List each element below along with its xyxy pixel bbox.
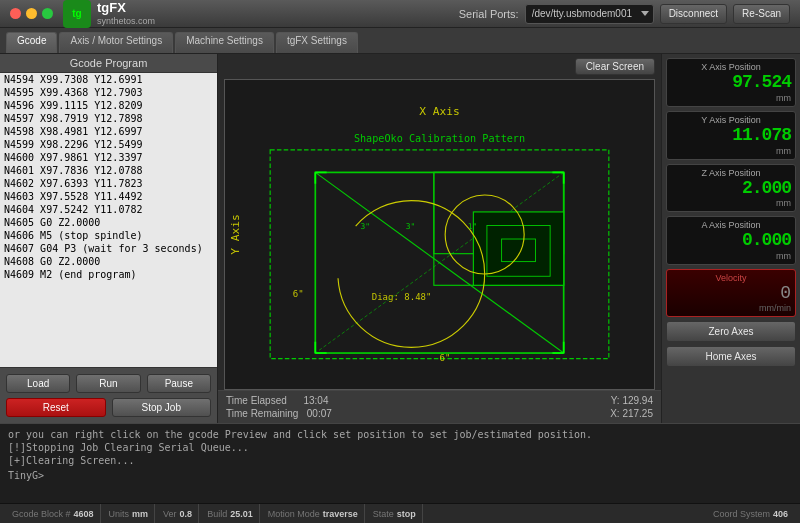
minimize-button[interactable] — [26, 8, 37, 19]
gcode-line[interactable]: N4609 M2 (end program) — [0, 268, 217, 281]
ver-value: 0.8 — [180, 509, 193, 519]
motion-mode-value: traverse — [323, 509, 358, 519]
run-button[interactable]: Run — [76, 374, 140, 393]
clear-screen-button[interactable]: Clear Screen — [575, 58, 655, 75]
gcode-line[interactable]: N4599 X98.2296 Y12.5499 — [0, 138, 217, 151]
console-line: [!]Stopping Job Clearing Serial Queue... — [8, 441, 792, 454]
y-pos-row: Y: 129.94 — [610, 395, 653, 406]
z-axis-value: 2.000 — [671, 179, 791, 199]
gcode-line[interactable]: N4606 M5 (stop spindle) — [0, 229, 217, 242]
svg-text:Diag: 8.48": Diag: 8.48" — [372, 292, 432, 302]
gcode-line[interactable]: N4596 X99.1115 Y12.8209 — [0, 99, 217, 112]
gcode-panel: Gcode Program N4594 X99.7308 Y12.6991N45… — [0, 54, 218, 423]
y-axis-unit: mm — [671, 146, 791, 156]
x-pos-label: X: — [610, 408, 619, 419]
gcode-block-value: 4608 — [74, 509, 94, 519]
svg-text:3": 3" — [406, 222, 416, 231]
rescan-button[interactable]: Re-Scan — [733, 4, 790, 24]
status-coord: Coord System 406 — [707, 504, 794, 523]
state-label: State — [373, 509, 394, 519]
status-motion-mode: Motion Mode traverse — [262, 504, 365, 523]
gcode-line[interactable]: N4595 X99.4368 Y12.7903 — [0, 86, 217, 99]
app-name: tgFX — [97, 1, 155, 15]
viz-info-left: Time Elapsed 13:04 Time Remaining 00:07 — [226, 395, 332, 419]
gcode-line[interactable]: N4601 X97.7836 Y12.0788 — [0, 164, 217, 177]
app-logo: tg tgFX synthetos.com — [63, 0, 155, 28]
stop-job-button[interactable]: Stop Job — [112, 398, 212, 417]
pause-button[interactable]: Pause — [147, 374, 211, 393]
app-subtitle: synthetos.com — [97, 16, 155, 26]
gcode-panel-title: Gcode Program — [0, 54, 217, 73]
x-axis-block: X Axis Position 97.524 mm — [666, 58, 796, 107]
velocity-value: 0 — [671, 283, 791, 303]
tab-gcode[interactable]: Gcode — [6, 32, 57, 53]
svg-text:Y Axis: Y Axis — [229, 214, 242, 255]
console-input[interactable] — [48, 470, 792, 481]
time-remaining-value: 00:07 — [307, 408, 332, 419]
a-axis-value: 0.000 — [671, 231, 791, 251]
units-value: mm — [132, 509, 148, 519]
y-axis-label: Y Axis Position — [671, 115, 791, 125]
gcode-line[interactable]: N4603 X97.5528 Y11.4492 — [0, 190, 217, 203]
svg-text:1": 1" — [468, 222, 478, 231]
tab-tgfx-settings[interactable]: tgFX Settings — [276, 32, 358, 53]
coord-value: 406 — [773, 509, 788, 519]
state-value: stop — [397, 509, 416, 519]
time-elapsed-label: Time Elapsed — [226, 395, 287, 406]
status-gcode-block: Gcode Block # 4608 — [6, 504, 101, 523]
serial-area: Serial Ports: /dev/tty.usbmodem001 Disco… — [459, 4, 790, 24]
gcode-line[interactable]: N4607 G04 P3 (wait for 3 seconds) — [0, 242, 217, 255]
reset-button[interactable]: Reset — [6, 398, 106, 417]
status-build: Build 25.01 — [201, 504, 260, 523]
status-ver: Ver 0.8 — [157, 504, 199, 523]
gcode-line[interactable]: N4605 G0 Z2.0000 — [0, 216, 217, 229]
a-axis-block: A Axis Position 0.000 mm — [666, 216, 796, 265]
units-label: Units — [109, 509, 130, 519]
time-remaining-row: Time Remaining 00:07 — [226, 408, 332, 419]
disconnect-button[interactable]: Disconnect — [660, 4, 727, 24]
a-axis-unit: mm — [671, 251, 791, 261]
gcode-line[interactable]: N4598 X98.4981 Y12.6997 — [0, 125, 217, 138]
close-button[interactable] — [10, 8, 21, 19]
viz-svg: X Axis Y Axis ShapeOko Calibration Patte… — [225, 80, 654, 389]
z-axis-label: Z Axis Position — [671, 168, 791, 178]
zero-axes-button[interactable]: Zero Axes — [666, 321, 796, 342]
motion-mode-label: Motion Mode — [268, 509, 320, 519]
gcode-line[interactable]: N4604 X97.5242 Y11.0782 — [0, 203, 217, 216]
build-label: Build — [207, 509, 227, 519]
y-axis-block: Y Axis Position 11.078 mm — [666, 111, 796, 160]
viz-info: Time Elapsed 13:04 Time Remaining 00:07 … — [218, 390, 661, 423]
console-area: or you can right click on the gcode Prev… — [0, 423, 800, 503]
viz-info-right: Y: 129.94 X: 217.25 — [610, 395, 653, 419]
load-button[interactable]: Load — [6, 374, 70, 393]
coord-label: Coord System — [713, 509, 770, 519]
velocity-block: Velocity 0 mm/min — [666, 269, 796, 317]
gcode-list[interactable]: N4594 X99.7308 Y12.6991N4595 X99.4368 Y1… — [0, 73, 217, 367]
gcode-line[interactable]: N4608 G0 Z2.0000 — [0, 255, 217, 268]
viz-panel: Clear Screen X Axis Y Axis ShapeOko Cali… — [218, 54, 662, 423]
right-panel: X Axis Position 97.524 mm Y Axis Positio… — [662, 54, 800, 423]
status-units: Units mm — [103, 504, 156, 523]
velocity-label: Velocity — [671, 273, 791, 283]
x-axis-unit: mm — [671, 93, 791, 103]
gcode-line[interactable]: N4602 X97.6393 Y11.7823 — [0, 177, 217, 190]
time-elapsed-value: 13:04 — [303, 395, 328, 406]
tab-machine-settings[interactable]: Machine Settings — [175, 32, 274, 53]
gcode-line[interactable]: N4597 X98.7919 Y12.7898 — [0, 112, 217, 125]
gcode-controls: Load Run Pause Reset Stop Job — [0, 367, 217, 423]
viz-canvas: X Axis Y Axis ShapeOko Calibration Patte… — [224, 79, 655, 390]
console-input-row: TinyG> — [8, 470, 792, 481]
x-axis-value: 97.524 — [671, 73, 791, 93]
maximize-button[interactable] — [42, 8, 53, 19]
serial-port-select[interactable]: /dev/tty.usbmodem001 — [525, 4, 654, 24]
gcode-block-label: Gcode Block # — [12, 509, 71, 519]
home-axes-button[interactable]: Home Axes — [666, 346, 796, 367]
time-remaining-label: Time Remaining — [226, 408, 298, 419]
tab-bar: Gcode Axis / Motor Settings Machine Sett… — [0, 28, 800, 54]
svg-text:3": 3" — [360, 222, 370, 231]
gcode-line[interactable]: N4600 X97.9861 Y12.3397 — [0, 151, 217, 164]
tab-axis-motor[interactable]: Axis / Motor Settings — [59, 32, 173, 53]
gcode-line[interactable]: N4594 X99.7308 Y12.6991 — [0, 73, 217, 86]
app-icon: tg — [63, 0, 91, 28]
y-pos-label: Y: — [611, 395, 620, 406]
